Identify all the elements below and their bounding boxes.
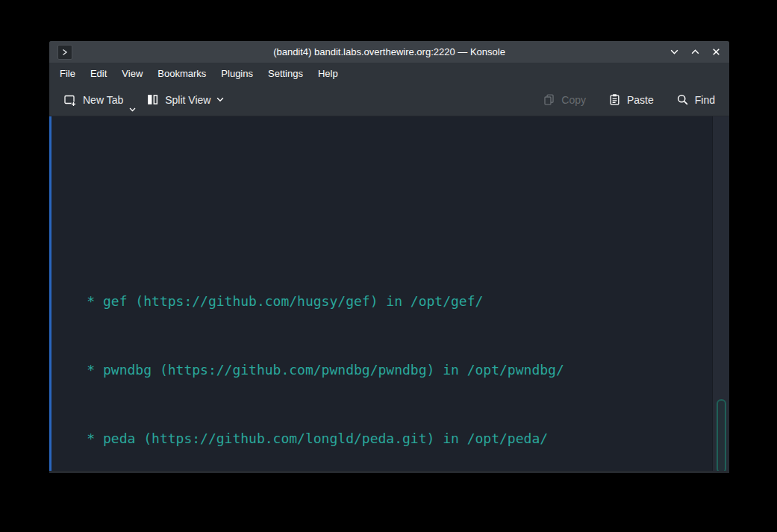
terminal-output: * gef (https://github.com/hugsy/gef) in … [52, 116, 713, 471]
new-tab-label: New Tab [83, 94, 123, 106]
toolbar-right-group: Copy Paste Find [537, 89, 720, 110]
menu-item[interactable]: View [114, 65, 150, 82]
copy-label: Copy [561, 94, 586, 106]
close-icon [711, 47, 721, 57]
chevron-down-icon [670, 47, 679, 57]
chevron-up-icon [690, 47, 700, 57]
minimize-button[interactable] [669, 47, 679, 57]
terminal-output-line [54, 224, 713, 241]
paste-button[interactable]: Paste [603, 89, 659, 110]
menu-item[interactable]: Plugins [213, 65, 260, 82]
split-view-label: Split View [165, 94, 210, 106]
find-button[interactable]: Find [671, 89, 720, 110]
copy-icon [543, 93, 555, 106]
tab-plus-icon [63, 93, 77, 107]
window-controls [669, 47, 721, 57]
chevron-down-icon [129, 107, 136, 112]
terminal-output-lines: * gef (https://github.com/hugsy/gef) in … [54, 155, 713, 471]
menubar: File Edit View Bookmarks Plugins Setting… [49, 63, 729, 84]
menu-item[interactable]: File [52, 65, 83, 82]
terminal-scrollbar[interactable] [712, 116, 729, 471]
terminal-output-line: * gef (https://github.com/hugsy/gef) in … [54, 292, 713, 310]
konsole-app-icon [57, 45, 72, 60]
maximize-button[interactable] [690, 47, 700, 57]
desktop: { "window": { "title": "(bandit4) bandit… [0, 0, 777, 532]
terminal-view[interactable]: * gef (https://github.com/hugsy/gef) in … [49, 116, 729, 471]
chevron-right-icon [60, 48, 69, 57]
split-view-button[interactable]: Split View [141, 89, 229, 110]
copy-button[interactable]: Copy [537, 89, 591, 110]
new-tab-button[interactable]: New Tab [58, 89, 141, 111]
titlebar[interactable]: (bandit4) bandit.labs.overthewire.org:22… [49, 41, 729, 63]
find-label: Find [695, 94, 715, 106]
close-button[interactable] [711, 47, 721, 57]
konsole-window: (bandit4) bandit.labs.overthewire.org:22… [49, 41, 729, 473]
split-columns-icon [146, 93, 159, 106]
terminal-output-line: * pwndbg (https://github.com/pwndbg/pwnd… [54, 361, 713, 378]
menu-item[interactable]: Edit [83, 65, 114, 82]
terminal-output-line: * peda (https://github.com/longld/peda.g… [54, 430, 713, 447]
paste-label: Paste [627, 94, 654, 106]
scrollbar-thumb[interactable] [717, 399, 726, 471]
chevron-down-icon [216, 97, 224, 102]
window-title: (bandit4) bandit.labs.overthewire.org:22… [49, 46, 729, 57]
menu-item[interactable]: Settings [260, 65, 311, 82]
menu-item[interactable]: Bookmarks [150, 65, 213, 82]
menu-item[interactable]: Help [311, 65, 346, 82]
window-bottom-edge [49, 471, 729, 473]
search-icon [676, 93, 689, 106]
toolbar: New Tab Split View Copy [49, 84, 729, 116]
paste-icon [608, 93, 621, 106]
